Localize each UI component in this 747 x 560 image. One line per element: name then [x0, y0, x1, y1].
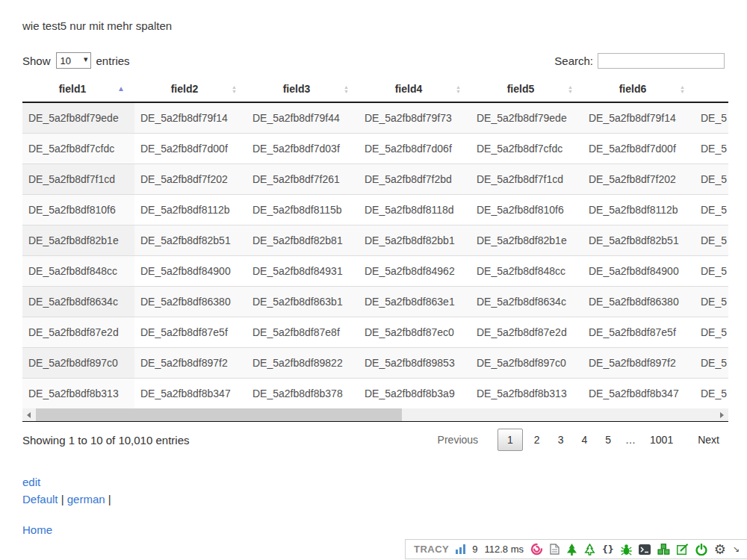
search-control: Search:	[554, 53, 725, 69]
table-cell: DE_5a2fb8df897c0	[22, 348, 134, 379]
separator: |	[108, 493, 111, 505]
entries-select[interactable]: 10	[56, 52, 91, 69]
table-row: DE_5a2fb8df810f6DE_5a2fb8df8112bDE_5a2fb…	[22, 195, 728, 225]
document-icon[interactable]	[550, 544, 560, 555]
entries-select-wrap: 10	[56, 52, 91, 69]
table-cell: DE_5a2fb8df8634c	[22, 287, 134, 317]
column-header-field3[interactable]: field3▲▼	[247, 76, 359, 102]
table-row: DE_5a2fb8df87e2dDE_5a2fb8df87e5fDE_5a2fb…	[22, 317, 728, 348]
table-cell: DE_5a2fb8df7d06f	[359, 134, 471, 164]
sort-asc-icon: ▲	[117, 85, 125, 93]
table-cell: DE_5	[695, 134, 728, 164]
pagination-page-4[interactable]: 4	[574, 429, 594, 450]
column-header-field5[interactable]: field5▲▼	[471, 76, 583, 102]
tracy-time[interactable]: 112.8 ms	[484, 544, 524, 555]
table-cell: DE_5a2fb8df84931	[247, 256, 359, 287]
edit-link[interactable]: edit	[22, 476, 40, 488]
pagination: Previous12345…1001Next	[429, 429, 728, 451]
table-cell: DE_5	[695, 195, 728, 225]
scrollbar-thumb[interactable]	[36, 408, 402, 421]
horizontal-scrollbar[interactable]	[22, 408, 728, 421]
column-header-field4[interactable]: field4▲▼	[359, 76, 471, 102]
pagination-next[interactable]: Next	[691, 429, 726, 450]
scroll-right-button[interactable]	[716, 408, 728, 421]
table-controls: Show 10 entries Search:	[22, 52, 725, 69]
table-cell: DE_5a2fb8df810f6	[471, 195, 583, 225]
table-cell: DE_5a2fb8df8118d	[359, 195, 471, 225]
table-cell: DE_5a2fb8df82b81	[247, 225, 359, 256]
scroll-left-button[interactable]	[22, 408, 35, 421]
table-cell: DE_5a2fb8df8b347	[134, 379, 247, 409]
table-cell: DE_5a2fb8df86380	[134, 287, 247, 317]
table-scroll-area: field1▲field2▲▼field3▲▼field4▲▼field5▲▼f…	[22, 76, 728, 422]
search-label: Search:	[554, 55, 593, 67]
table-cell: DE_5a2fb8df7d00f	[134, 134, 247, 164]
cubes-icon[interactable]	[657, 544, 670, 555]
column-header-field6[interactable]: field6▲▼	[583, 76, 695, 102]
table-cell: DE_5a2fb8df8b378	[247, 379, 359, 409]
table-cell: DE_5	[695, 164, 728, 195]
home-link[interactable]: Home	[22, 523, 52, 536]
table-cell: DE_5a2fb8df82b1e	[471, 225, 583, 256]
table-cell: DE_5a2fb8df7cfdc	[471, 134, 583, 164]
gear-icon[interactable]: ⚙	[714, 543, 726, 556]
table-cell: DE_5a2fb8df79f73	[359, 102, 471, 134]
tracy-debug-bar: TRACY 9 112.8 ms {}	[405, 539, 747, 559]
column-label: field2	[171, 83, 199, 95]
search-input[interactable]	[598, 53, 725, 69]
bar-chart-icon[interactable]	[456, 544, 465, 554]
terminal-icon[interactable]	[639, 544, 651, 555]
table-cell: DE_5a2fb8df86380	[583, 287, 695, 317]
table-row: DE_5a2fb8df897c0DE_5a2fb8df897f2DE_5a2fb…	[22, 348, 728, 379]
table-row: DE_5a2fb8df79edeDE_5a2fb8df79f14DE_5a2fb…	[22, 102, 728, 134]
table-row: DE_5a2fb8df7f1cdDE_5a2fb8df7f202DE_5a2fb…	[22, 164, 728, 195]
table-summary: Showing 1 to 10 of 10,010 entries Previo…	[22, 429, 728, 451]
scroll-left-icon	[27, 412, 31, 418]
column-header-field2[interactable]: field2▲▼	[134, 76, 247, 102]
footer-links: edit Default | german |	[22, 473, 725, 508]
pagination-page-2[interactable]: 2	[527, 429, 547, 450]
table-cell: DE_5a2fb8df897c0	[471, 348, 583, 379]
edit-note-icon[interactable]	[677, 544, 689, 555]
column-header-field1[interactable]: field1▲	[22, 76, 134, 102]
table-cell: DE_5	[695, 348, 728, 379]
table-cell: DE_5a2fb8df82b51	[583, 225, 695, 256]
page-container: wie test5 nur mit mehr spalten Show 10 e…	[0, 0, 747, 536]
table-cell: DE_5a2fb8df87e2d	[471, 317, 583, 348]
pagination-page-1[interactable]: 1	[498, 429, 523, 451]
table-cell: DE_5a2fb8df897f2	[583, 348, 695, 379]
locale-default-link[interactable]: Default	[22, 493, 58, 505]
tracy-count[interactable]: 9	[472, 544, 477, 555]
power-icon[interactable]	[695, 544, 707, 556]
table-cell: DE_5a2fb8df79f14	[583, 102, 695, 134]
sort-both-icon: ▲▼	[568, 85, 573, 93]
table-cell: DE_5a2fb8df8634c	[471, 287, 583, 317]
braces-icon[interactable]: {}	[602, 544, 614, 555]
table-cell: DE_5a2fb8df7f1cd	[471, 164, 583, 195]
table-cell: DE_5a2fb8df7cfdc	[22, 134, 134, 164]
pagination-page-3[interactable]: 3	[551, 429, 571, 450]
sort-both-icon: ▲▼	[456, 85, 461, 93]
bug-icon[interactable]	[621, 544, 632, 556]
table-cell: DE_5a2fb8df8b347	[583, 379, 695, 409]
table-cell: DE_5a2fb8df7f202	[583, 164, 695, 195]
spiral-icon[interactable]	[530, 543, 543, 556]
column-label: field1	[59, 83, 87, 95]
pagination-previous[interactable]: Previous	[431, 429, 485, 450]
pagination-page-5[interactable]: 5	[598, 429, 618, 450]
table-row: DE_5a2fb8df848ccDE_5a2fb8df84900DE_5a2fb…	[22, 256, 728, 287]
length-label-before: Show	[22, 55, 51, 67]
locale-german-link[interactable]: german	[67, 493, 105, 505]
collapse-bar-icon[interactable]: ↘	[733, 545, 740, 553]
table-cell: DE_5	[695, 225, 728, 256]
column-header-hidden[interactable]	[695, 76, 728, 102]
table-cell: DE_5a2fb8df810f6	[22, 195, 134, 225]
tracy-logo[interactable]: TRACY	[414, 544, 449, 555]
tree-outline-icon[interactable]	[584, 544, 595, 556]
table-cell: DE_5	[695, 102, 728, 134]
separator: |	[61, 493, 64, 505]
pagination-page-1001[interactable]: 1001	[643, 429, 680, 450]
tree-solid-icon[interactable]	[566, 544, 577, 556]
table-cell: DE_5a2fb8df87e5f	[583, 317, 695, 348]
table-cell: DE_5a2fb8df82bb1	[359, 225, 471, 256]
